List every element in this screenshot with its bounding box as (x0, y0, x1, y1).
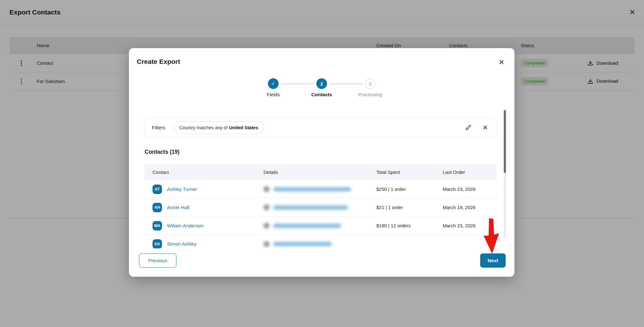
filter-chip[interactable]: Country matches any of United States (173, 121, 264, 134)
contact-row: SA Simon Ashley (145, 235, 497, 248)
avatar: WA (153, 221, 162, 230)
step-label-contacts: Contacts (311, 92, 332, 97)
filters-box: Filters Country matches any of United St… (145, 118, 497, 137)
contact-row: AT Ashley Turner $250 | 1 order March 23… (145, 180, 497, 198)
remove-filter-button[interactable]: ✕ (481, 124, 489, 132)
create-export-modal: Create Export ✕ ✓ Fields 2 Contacts 3 Pr… (129, 48, 514, 277)
next-button[interactable]: Next (480, 253, 506, 268)
total-spent-value: $21 | 1 order (376, 205, 443, 210)
last-order-value: March 18, 2026 (443, 205, 497, 210)
previous-button[interactable]: Previous (139, 253, 176, 268)
last-order-value: March 23, 2026 (443, 186, 497, 192)
filters-label: Filters (152, 125, 165, 130)
step-check-icon: ✓ (268, 78, 279, 89)
contact-name-link[interactable]: Annie Hall (167, 205, 189, 210)
step-number: 2 (316, 78, 327, 89)
avatar: AH (153, 203, 162, 212)
total-spent-value: $250 | 1 order (376, 186, 443, 192)
step-contacts: 2 Contacts (297, 78, 346, 97)
modal-close-icon[interactable]: ✕ (497, 58, 506, 67)
scrollbar-track[interactable] (504, 110, 506, 238)
contact-details-blurred (264, 204, 376, 210)
stepper: ✓ Fields 2 Contacts 3 Processing (249, 78, 394, 97)
contact-name-link[interactable]: Simon Ashley (167, 241, 197, 247)
pencil-icon (465, 124, 472, 131)
contacts-count-heading: Contacts (19) (145, 149, 497, 155)
modal-scroll-area: Filters Country matches any of United St… (139, 110, 507, 248)
contact-details-blurred (264, 223, 376, 229)
total-spent-value: $180 | 12 orders (376, 223, 443, 228)
contacts-table-header: Contact Details Total Spent Last Order (145, 164, 497, 180)
col-details: Details (264, 169, 376, 175)
avatar: SA (153, 239, 162, 248)
red-arrow-annotation (480, 218, 501, 255)
contact-name-link[interactable]: Wiliam Anderson (167, 223, 203, 229)
edit-filter-button[interactable] (464, 124, 472, 132)
modal-title: Create Export (137, 58, 180, 65)
col-total-spent: Total Spent (376, 169, 443, 175)
contact-details-blurred (264, 241, 376, 247)
col-contact: Contact (153, 169, 264, 175)
step-processing: 3 Processing (346, 78, 394, 97)
scrollbar-thumb[interactable] (504, 110, 506, 173)
contact-name-link[interactable]: Ashley Turner (167, 186, 197, 192)
filter-value: United States (229, 125, 258, 130)
step-label-processing: Processing (358, 92, 382, 97)
step-label-fields: Fields (267, 92, 280, 97)
avatar: AT (153, 185, 162, 194)
filter-condition: Country matches any of (179, 125, 227, 130)
contact-details-blurred (264, 186, 376, 192)
contacts-table: Contact Details Total Spent Last Order A… (145, 164, 497, 248)
contact-row: AH Annie Hall $21 | 1 order March 18, 20… (145, 198, 497, 217)
col-last-order: Last Order (443, 169, 497, 175)
step-number: 3 (365, 78, 375, 89)
contact-row: WA Wiliam Anderson $180 | 12 orders Marc… (145, 217, 497, 235)
step-fields: ✓ Fields (249, 78, 297, 97)
